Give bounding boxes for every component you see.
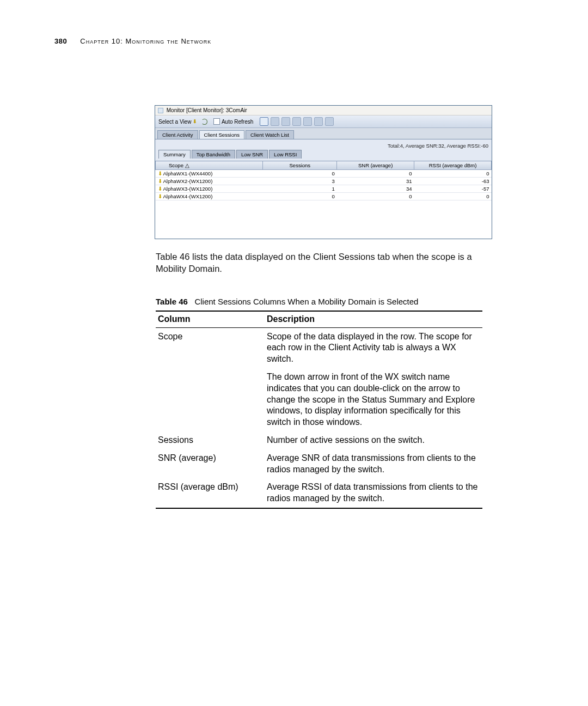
down-arrow-icon: ⬇	[158, 193, 162, 199]
grid-whitespace	[155, 200, 492, 239]
tabstrip: Client Activity Client Sessions Client W…	[155, 128, 492, 139]
window-titlebar: Monitor [Client Monitor]: 3ComAir	[155, 106, 492, 115]
tool-icon[interactable]	[314, 117, 323, 126]
tool-icon[interactable]	[281, 117, 290, 126]
desc-para: The down arrow in front of the WX switch…	[267, 372, 480, 428]
tool-icon[interactable]	[271, 117, 279, 126]
desc-column: Sessions	[156, 431, 265, 449]
cell-sessions: 0	[263, 193, 337, 200]
down-arrow-icon: ⬇	[191, 119, 197, 124]
desc-row: SNR (average) Average SNR of data transm…	[156, 449, 482, 479]
tool-icon[interactable]	[292, 117, 301, 126]
subtab-strip: Summary Top Bandwidth Low SNR Low RSSI	[158, 150, 488, 159]
tool-icon[interactable]	[260, 117, 268, 126]
auto-refresh-toggle[interactable]: Auto Refresh	[213, 118, 253, 125]
cell-rssi: -57	[414, 185, 492, 193]
col-scope[interactable]: Scope △	[156, 161, 263, 170]
chapter-title: Chapter 10: Monitoring the Network	[80, 37, 211, 45]
toolbar: Select a View ⬇ Auto Refresh	[155, 115, 492, 128]
tab-client-watch-list[interactable]: Client Watch List	[246, 130, 294, 139]
desc-column: Scope	[156, 327, 265, 431]
col-rssi[interactable]: RSSI (average dBm)	[414, 161, 492, 170]
page-header: 380 Chapter 10: Monitoring the Network	[54, 37, 534, 45]
description-table: Column Description Scope Scope of the da…	[156, 311, 482, 509]
down-arrow-icon: ⬇	[158, 178, 162, 184]
cell-rssi: -63	[414, 178, 492, 185]
desc-row: Scope Scope of the data displayed in the…	[156, 327, 482, 431]
cell-sessions: 1	[263, 185, 337, 193]
table-row[interactable]: ⬇AlphaWX2-(WX1200) 3 31 -63	[156, 178, 492, 185]
desc-description: Average RSSI of data transmissions from …	[265, 478, 482, 508]
cell-sessions: 0	[263, 170, 337, 178]
desc-description: Number of active sessions on the switch.	[265, 431, 482, 449]
desc-description: Scope of the data displayed in the row. …	[265, 327, 482, 431]
cell-rssi: 0	[414, 170, 492, 178]
subtab-low-rssi[interactable]: Low RSSI	[269, 150, 302, 159]
cell-snr: 0	[337, 170, 414, 178]
header-column: Column	[156, 311, 265, 327]
window-icon	[158, 108, 163, 113]
auto-refresh-label: Auto Refresh	[222, 119, 253, 125]
body-paragraph: Table 46 lists the data displayed on the…	[156, 251, 482, 275]
down-arrow-icon: ⬇	[158, 171, 162, 176]
cell-scope: AlphaWX2-(WX1200)	[163, 178, 213, 184]
cell-scope: AlphaWX1-(WX4400)	[163, 171, 213, 176]
col-snr[interactable]: SNR (average)	[337, 161, 414, 170]
select-view-button[interactable]: Select a View ⬇	[158, 119, 197, 125]
desc-column: RSSI (average dBm)	[156, 478, 265, 508]
data-grid: Scope △ Sessions SNR (average) RSSI (ave…	[155, 161, 492, 200]
table-row[interactable]: ⬇AlphaWX4-(WX1200) 0 0 0	[156, 193, 492, 200]
tab-client-activity[interactable]: Client Activity	[157, 130, 198, 139]
cell-scope: AlphaWX4-(WX1200)	[163, 193, 213, 199]
cell-snr: 34	[337, 185, 414, 193]
screenshot-panel: Monitor [Client Monitor]: 3ComAir Select…	[155, 105, 492, 239]
toolbar-icon-group	[260, 117, 334, 126]
col-sessions[interactable]: Sessions	[263, 161, 337, 170]
checkbox-icon	[213, 118, 220, 125]
cell-sessions: 3	[263, 178, 337, 185]
header-description: Description	[265, 311, 482, 327]
down-arrow-icon: ⬇	[158, 186, 162, 192]
desc-para: Scope of the data displayed in the row. …	[267, 331, 480, 365]
window-title: Monitor [Client Monitor]: 3ComAir	[167, 107, 247, 113]
desc-row: RSSI (average dBm) Average RSSI of data …	[156, 478, 482, 508]
desc-description: Average SNR of data transmissions from c…	[265, 449, 482, 479]
refresh-button[interactable]	[201, 119, 209, 125]
table-row[interactable]: ⬇AlphaWX1-(WX4400) 0 0 0	[156, 170, 492, 178]
subtab-summary[interactable]: Summary	[158, 150, 191, 159]
tool-icon[interactable]	[325, 117, 334, 126]
subpanel: Total:4, Average SNR:32, Average RSSI:-6…	[155, 139, 492, 161]
table-caption-title: Client Sessions Columns When a Mobility …	[194, 297, 418, 306]
desc-column: SNR (average)	[156, 449, 265, 479]
cell-scope: AlphaWX3-(WX1200)	[163, 186, 213, 192]
subtab-top-bandwidth[interactable]: Top Bandwidth	[192, 150, 235, 159]
stats-text: Total:4, Average SNR:32, Average RSSI:-6…	[158, 143, 488, 149]
refresh-icon	[201, 119, 207, 125]
select-view-label: Select a View	[158, 119, 191, 125]
table-caption-label: Table 46	[156, 297, 188, 306]
tool-icon[interactable]	[303, 117, 312, 126]
cell-rssi: 0	[414, 193, 492, 200]
tab-client-sessions[interactable]: Client Sessions	[199, 130, 244, 139]
table-row[interactable]: ⬇AlphaWX3-(WX1200) 1 34 -57	[156, 185, 492, 193]
cell-snr: 0	[337, 193, 414, 200]
desc-row: Sessions Number of active sessions on th…	[156, 431, 482, 449]
page-number: 380	[54, 37, 67, 45]
table-caption: Table 46 Client Sessions Columns When a …	[156, 297, 534, 306]
subtab-low-snr[interactable]: Low SNR	[236, 150, 268, 159]
cell-snr: 31	[337, 178, 414, 185]
